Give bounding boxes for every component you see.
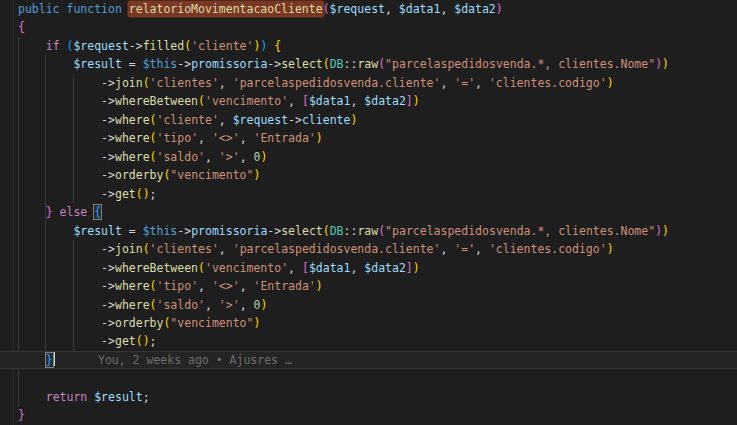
code-token: ::: [344, 224, 358, 238]
code-token: 'Entrada': [253, 279, 315, 293]
code-token: (: [136, 334, 143, 348]
code-line[interactable]: ->where('saldo', '>', 0): [0, 296, 737, 314]
code-token: ,: [198, 131, 212, 145]
code-token: $this: [143, 57, 178, 71]
code-line[interactable]: $result = $this->promissoria->select(DB:…: [0, 222, 737, 240]
code-token: [: [302, 94, 309, 108]
code-token: ): [662, 224, 669, 238]
code-token: '<>': [212, 131, 240, 145]
code-line[interactable]: ->join('clientes', 'parcelaspedidosvenda…: [0, 240, 737, 258]
code-token: ->: [101, 113, 115, 127]
code-token: $data1: [399, 2, 441, 16]
code-token: }: [18, 408, 25, 422]
code-token: ): [607, 76, 614, 90]
code-token: '>': [219, 298, 240, 312]
code-token: ->: [101, 168, 115, 182]
code-token: join: [115, 242, 143, 256]
code-token: ->: [267, 57, 281, 71]
code-token: (: [323, 224, 330, 238]
code-token: [122, 57, 129, 71]
code-token: [136, 224, 143, 238]
code-token: ): [316, 131, 323, 145]
code-token: ->: [101, 316, 115, 330]
code-token: 'saldo': [157, 298, 205, 312]
code-line[interactable]: }: [0, 406, 737, 424]
code-token: ,: [205, 298, 219, 312]
code-token: ->: [101, 131, 115, 145]
code-token: $data2: [454, 2, 496, 16]
code-token: ->: [101, 334, 115, 348]
code-line[interactable]: ->whereBetween('vencimento', [$data1, $d…: [0, 92, 737, 110]
code-token: ): [143, 187, 150, 201]
code-token: ,: [350, 261, 364, 275]
code-token: ,: [240, 150, 254, 164]
code-line[interactable]: } else {: [0, 203, 737, 221]
code-token: get: [115, 187, 136, 201]
code-line[interactable]: if ($request->filled('cliente')) {: [0, 37, 737, 55]
code-token: ;: [150, 334, 157, 348]
code-token: 'clientes': [150, 76, 219, 90]
code-token: DB: [330, 224, 344, 238]
code-token: ,: [219, 113, 233, 127]
matched-bracket: {: [94, 205, 101, 219]
code-line[interactable]: [0, 369, 737, 387]
code-token: $request: [330, 2, 385, 16]
code-token: orderby: [115, 168, 163, 182]
code-token: raw: [357, 57, 378, 71]
code-line[interactable]: ->get();: [0, 185, 737, 203]
code-token: 'Entrada': [253, 131, 315, 145]
code-token: ): [253, 316, 260, 330]
code-token: ): [413, 94, 420, 108]
code-line[interactable]: ->where('tipo', '<>', 'Entrada'): [0, 277, 737, 295]
code-token: [18, 334, 101, 348]
code-line[interactable]: ->where('saldo', '>', 0): [0, 148, 737, 166]
code-token: [136, 57, 143, 71]
code-token: ,: [219, 76, 233, 90]
code-line[interactable]: ->join('clientes', 'parcelaspedidosvenda…: [0, 74, 737, 92]
code-token: "parcelaspedidosvenda.*, clientes.Nome": [385, 57, 655, 71]
code-token: (: [150, 279, 157, 293]
code-token: promissoria: [191, 57, 267, 71]
code-token: [18, 39, 46, 53]
code-token: ->: [177, 224, 191, 238]
code-token: $request: [233, 113, 288, 127]
code-line[interactable]: ->orderby("vencimento"): [0, 166, 737, 184]
code-line[interactable]: ->get();: [0, 332, 737, 350]
code-token: ,: [350, 94, 364, 108]
code-area[interactable]: public function relatorioMovimentacaoCli…: [0, 0, 737, 425]
code-token: ,: [240, 279, 254, 293]
code-token: whereBetween: [115, 94, 198, 108]
code-token: 'vencimento': [205, 94, 288, 108]
code-token: select: [281, 224, 323, 238]
code-line[interactable]: {: [0, 18, 737, 36]
code-line[interactable]: ->where('cliente', $request->cliente): [0, 111, 737, 129]
code-token: ]: [406, 94, 413, 108]
code-token: ->: [101, 94, 115, 108]
code-token: [18, 131, 101, 145]
matched-bracket: }: [46, 353, 53, 367]
code-token: ,: [198, 279, 212, 293]
code-token: ->: [101, 187, 115, 201]
code-token: ->: [101, 242, 115, 256]
code-token: (: [143, 242, 150, 256]
code-line[interactable]: ->where('tipo', '<>', 'Entrada'): [0, 129, 737, 147]
code-line[interactable]: ->orderby("vencimento"): [0, 314, 737, 332]
code-token: 'vencimento': [205, 261, 288, 275]
code-token: ->: [129, 39, 143, 53]
highlighted-symbol: relatorioMovimentacaoCliente: [129, 2, 323, 16]
code-token: $data2: [364, 261, 406, 275]
code-line[interactable]: $result = $this->promissoria->select(DB:…: [0, 55, 737, 73]
code-token: '=': [454, 242, 475, 256]
code-editor[interactable]: public function relatorioMovimentacaoCli…: [0, 0, 737, 425]
code-token: ): [260, 298, 267, 312]
code-line[interactable]: return $result;: [0, 388, 737, 406]
code-line-current[interactable]: }You, 2 weeks ago • Ajusres …: [0, 351, 737, 369]
code-line[interactable]: ->whereBetween('vencimento', [$data1, $d…: [0, 259, 737, 277]
code-token: "vencimento": [170, 316, 253, 330]
code-token: $this: [143, 224, 178, 238]
code-token: '=': [454, 76, 475, 90]
code-line[interactable]: public function relatorioMovimentacaoCli…: [0, 0, 737, 18]
code-token: public function: [18, 2, 129, 16]
code-token: ,: [440, 242, 454, 256]
code-token: (: [323, 2, 330, 16]
